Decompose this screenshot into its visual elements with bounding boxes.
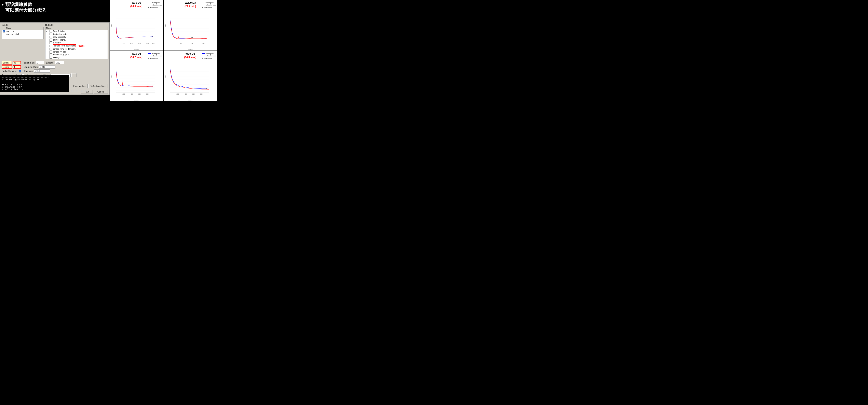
checkbox-pressure[interactable]: [50, 41, 52, 44]
list-item[interactable]: pressure: [45, 41, 107, 44]
chart-w10d2-title: W10 D2: [186, 52, 195, 55]
output-diss: dissipation_rate: [53, 33, 67, 35]
svg-text:800: 800: [146, 93, 149, 95]
svg-text:600: 600: [138, 42, 141, 44]
chart-w10d2-svg: 0 10 20 30 40 50 60 70 80 90 100 0 200 4…: [170, 66, 209, 98]
batch-size-label: Batch Size:: [24, 61, 35, 64]
output-surface-film: surface_film_coefficient: [53, 44, 76, 47]
checkbox-eddy[interactable]: [50, 36, 52, 38]
checkbox-velocity[interactable]: [50, 56, 52, 59]
output-surface-y: surface_y_plus: [53, 51, 66, 53]
checkbox-cae-coord[interactable]: ✓: [3, 30, 5, 32]
list-item[interactable]: cae.part_label: [2, 33, 43, 35]
svg-text:★: ★: [191, 36, 193, 38]
checkbox-surface-film[interactable]: [50, 44, 52, 47]
terminal-training: # training : 57: [2, 86, 67, 88]
svg-text:800: 800: [200, 93, 203, 95]
inputs-label: Inputs:: [2, 24, 44, 26]
learning-rate-input[interactable]: [39, 65, 55, 69]
bullet-dot: •: [2, 2, 4, 8]
checkbox-turbulence[interactable]: [50, 53, 52, 56]
svg-text:300: 300: [202, 42, 205, 44]
terminal-fraction: Fraction : 0.85: [2, 84, 67, 86]
checkbox-kinetic[interactable]: [50, 38, 52, 41]
browse-pretrained-button[interactable]: ...: [71, 73, 77, 77]
width-input[interactable]: [13, 61, 21, 64]
chart-w200d3-legend: training loss validation loss ★final mod…: [202, 2, 216, 8]
training-label: # training: [2, 86, 15, 88]
header-text: • 預設訓練參數 可以應付大部分狀況: [2, 2, 45, 13]
chart-w30d3-subtitle: (24.0 min.): [130, 5, 142, 8]
output-turbulence: turbulence_y_plus: [53, 54, 69, 56]
cancel-button[interactable]: Cancel: [94, 90, 108, 94]
chart-w30d3-legend: training loss validation loss ★final mod…: [148, 2, 162, 8]
svg-text:0: 0: [170, 93, 170, 95]
chart-w200d3: W200 D3 (24.7 min) training loss validat…: [164, 0, 217, 51]
early-stopping-checkbox[interactable]: ✓: [19, 70, 21, 72]
checkbox-cae-part[interactable]: [3, 33, 5, 35]
outputs-box: Outputs: Name ▾ Flow Solution dissipatio…: [45, 24, 108, 59]
output-kinetic: kinetic_energ...: [53, 39, 67, 41]
terminal-box: ----------------------------------- 3. T…: [0, 75, 69, 92]
chart-w10d1-legend: training loss validation loss ★final mod…: [148, 53, 162, 59]
chart-w30d3-svg: 0 10 20 30 40 50 60 70 80 0 200 400 600 …: [116, 15, 155, 47]
svg-text:400: 400: [130, 93, 133, 95]
early-stopping-label: Early Stopping:: [2, 70, 17, 72]
input-name-1: cae.coord: [6, 30, 15, 32]
list-item[interactable]: dissipation_rate: [45, 33, 107, 35]
chart-w10d1-svg: 10 20 30 40 50 60 70 80 90 0 200 400 600…: [116, 66, 155, 98]
epochs-input[interactable]: [55, 61, 64, 64]
list-item[interactable]: eddy_viscosity: [45, 35, 107, 38]
inputs-header: Name: [2, 27, 43, 30]
input-name-2: cae.part_label: [6, 33, 19, 35]
output-flow: Flow Solution: [53, 30, 65, 32]
svg-text:★: ★: [206, 87, 208, 89]
checkbox-surface-y[interactable]: [50, 51, 52, 53]
validation-value: : 11: [19, 88, 25, 91]
patience-label: Patience:: [24, 70, 33, 72]
list-item[interactable]: surface_film_coefficient (Face): [45, 44, 107, 48]
svg-text:200: 200: [122, 93, 125, 95]
svg-text:400: 400: [130, 42, 133, 44]
list-item[interactable]: surface_film_ref_temper...: [45, 48, 107, 50]
svg-text:1000: 1000: [152, 42, 155, 44]
terminal-line2: 3. Training/Validation split: [2, 79, 67, 81]
chart-w30d3-xlabel: epoch: [134, 48, 138, 50]
svg-text:800: 800: [146, 42, 149, 44]
outputs-table: Name ▾ Flow Solution dissipation_rate ed…: [45, 27, 108, 59]
svg-text:100: 100: [180, 42, 182, 44]
svg-text:0: 0: [116, 93, 116, 95]
output-eddy: eddy_viscosity: [53, 36, 66, 38]
list-item[interactable]: surface_y_plus: [45, 50, 107, 53]
patience-input[interactable]: [34, 69, 50, 73]
outputs-header: Name: [45, 27, 107, 30]
chart-w200d3-xlabel: epoch: [188, 48, 192, 50]
checkbox-flow[interactable]: [50, 30, 52, 32]
chart-w200d3-svg: 0 10 20 30 40 50 60 70 80 0 100 200 300 …: [170, 15, 209, 47]
epochs-label: Epochs:: [46, 61, 54, 64]
list-item[interactable]: ▾ Flow Solution: [45, 30, 107, 33]
checkbox-surface-ref[interactable]: [50, 48, 52, 50]
chart-w10d2-legend: training loss validation loss ★final mod…: [202, 53, 216, 59]
inputs-box: Inputs: Name ✓ cae.coord cae.part_label: [2, 24, 44, 59]
outputs-label: Outputs:: [45, 24, 108, 26]
depth-input[interactable]: [13, 65, 21, 69]
chart-w10d1-xlabel: epoch: [134, 99, 138, 101]
outputs-col-name: Name: [46, 27, 52, 29]
to-settings-button[interactable]: To Settings File...: [89, 84, 108, 88]
list-item[interactable]: ✓ cae.coord: [2, 30, 43, 33]
from-model-button[interactable]: From Model...: [72, 84, 88, 88]
checkbox-diss[interactable]: [50, 33, 52, 35]
batch-size-input[interactable]: [36, 61, 44, 64]
list-item[interactable]: kinetic_energ...: [45, 38, 107, 41]
list-item[interactable]: turbulence_y_plus: [45, 53, 107, 56]
inputs-table: Name ✓ cae.coord cae.part_label: [2, 27, 44, 39]
chart-w200d3-subtitle: (24.7 min): [185, 5, 196, 8]
depth-label: Depth:: [2, 65, 12, 69]
learning-rate-label: Learning Rate:: [24, 66, 38, 68]
chart-w30d3: W30 D3 (24.0 min.) training loss validat…: [110, 0, 163, 51]
chart-w30d3-title: W30 D3: [131, 1, 141, 4]
terminal-line3: -----------------------------------: [2, 81, 67, 84]
fraction-label: Fraction: [2, 84, 12, 86]
list-item[interactable]: velocity: [45, 56, 107, 59]
